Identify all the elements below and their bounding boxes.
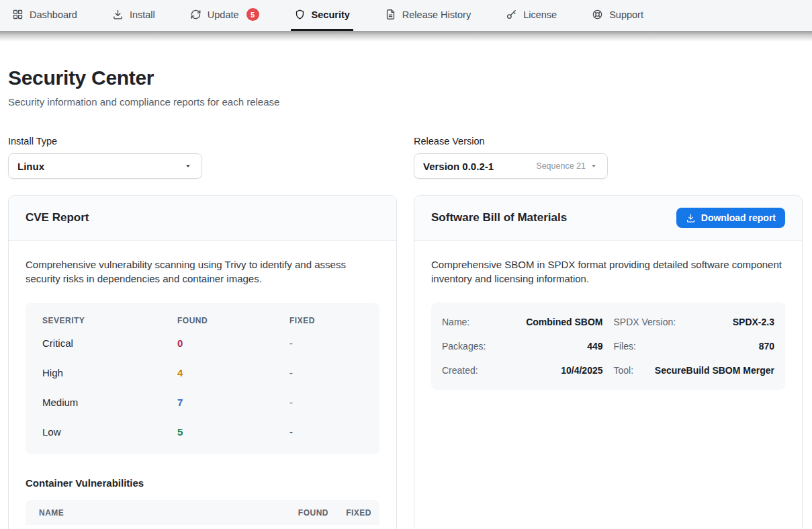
found-count: 7 [177, 397, 289, 408]
severity-table: SEVERITY FOUND FIXED Critical 0 - [26, 303, 379, 454]
release-version-select[interactable]: Version 0.0.2-1 Sequence 21 [414, 153, 608, 179]
sbom-card-header: Software Bill of Materials Download repo… [414, 196, 802, 241]
found-count: 5 [177, 426, 289, 438]
sbom-detail-value: SPDX-2.3 [727, 317, 774, 327]
container-vulnerabilities-table: NAME FOUND FIXED [26, 500, 379, 525]
table-row: High 4 - [42, 358, 363, 387]
sbom-detail-label: Tool: [614, 365, 634, 376]
fixed-count: - [289, 397, 363, 408]
sbom-details: Name: Combined SBOM SPDX Version: SPDX-2… [431, 302, 785, 390]
table-row: Low 5 - [42, 417, 363, 446]
sbom-detail-value: 10/4/2025 [555, 365, 602, 376]
cve-card-body: Comprehensive vulnerability scanning usi… [9, 241, 396, 529]
fixed-count: - [289, 367, 363, 378]
top-navigation: Dashboard Install Update 5 Security Rele… [0, 0, 812, 31]
nav-item-label: Update [208, 9, 239, 20]
page-title: Security Center [8, 66, 803, 90]
found-header-cell: FOUND [177, 316, 289, 325]
sbom-card-title: Software Bill of Materials [431, 211, 567, 225]
release-version-group: Release Version Version 0.0.2-1 Sequence… [414, 136, 803, 179]
nav-item-label: Security [312, 9, 350, 20]
nav-item-install[interactable]: Install [109, 0, 159, 31]
fixed-header-cell: FIXED [328, 508, 371, 518]
severity-header-cell: SEVERITY [42, 316, 177, 325]
download-report-button[interactable]: Download report [676, 208, 785, 228]
sbom-detail-label: Name: [442, 317, 469, 327]
sbom-detail-item: Created: 10/4/2025 [442, 358, 603, 382]
sbom-detail-value: SecureBuild SBOM Merger [649, 365, 774, 376]
chevron-down-icon [183, 161, 193, 171]
sbom-description: Comprehensive SBOM in SPDX format provid… [431, 257, 785, 286]
nav-item-dashboard[interactable]: Dashboard [9, 0, 81, 31]
container-vulnerabilities-header: NAME FOUND FIXED [26, 500, 379, 525]
install-type-value: Linux [17, 161, 44, 172]
chevron-down-icon [589, 161, 598, 171]
file-text-icon [385, 9, 396, 20]
install-type-group: Install Type Linux [8, 136, 397, 179]
nav-item-license[interactable]: License [502, 0, 560, 31]
release-version-value: Version 0.0.2-1 [423, 161, 494, 172]
nav-item-label: Install [130, 9, 155, 20]
fixed-count: - [289, 426, 363, 438]
sbom-detail-value: 449 [582, 341, 602, 352]
nav-item-release-history[interactable]: Release History [381, 0, 474, 31]
download-icon [112, 9, 124, 20]
cve-description: Comprehensive vulnerability scanning usi… [26, 257, 379, 286]
table-row: Medium 7 - [42, 387, 363, 417]
filters-row: Install Type Linux Release Version Versi… [8, 136, 803, 179]
nav-item-security[interactable]: Security [291, 0, 353, 31]
nav-item-label: License [523, 9, 557, 20]
severity-name: Critical [42, 337, 177, 349]
nav-item-label: Support [609, 9, 643, 20]
install-type-select[interactable]: Linux [8, 153, 202, 179]
header-shadow-divider [0, 31, 812, 42]
notification-count-badge: 5 [246, 8, 259, 21]
fixed-count: - [289, 337, 363, 349]
page-content: Security Center Security information and… [0, 66, 812, 529]
sbom-detail-label: Files: [614, 341, 636, 352]
sbom-detail-value: Combined SBOM [521, 317, 602, 327]
sbom-detail-item: Name: Combined SBOM [442, 310, 603, 334]
sbom-detail-label: Created: [442, 365, 478, 376]
page-subtitle: Security information and compliance repo… [8, 95, 803, 109]
sbom-detail-item: Packages: 449 [442, 334, 603, 358]
cve-card-title: CVE Report [26, 211, 89, 225]
report-cards: CVE Report Comprehensive vulnerability s… [8, 195, 803, 529]
sbom-card-body: Comprehensive SBOM in SPDX format provid… [414, 241, 802, 529]
install-type-label: Install Type [8, 136, 397, 147]
found-count: 4 [177, 367, 289, 378]
found-header-cell: FOUND [275, 508, 328, 518]
nav-item-support[interactable]: Support [588, 0, 647, 31]
shield-icon [294, 9, 306, 20]
key-icon [506, 9, 517, 20]
life-buoy-icon [592, 9, 603, 20]
sbom-detail-label: SPDX Version: [614, 317, 676, 327]
nav-item-update[interactable]: Update 5 [187, 0, 263, 31]
sbom-detail-item: SPDX Version: SPDX-2.3 [614, 310, 775, 334]
sbom-detail-label: Packages: [442, 341, 486, 352]
nav-item-label: Dashboard [30, 9, 77, 20]
cve-card-header: CVE Report [9, 196, 396, 241]
severity-name: High [42, 367, 177, 378]
nav-item-label: Release History [402, 9, 471, 20]
cve-report-card: CVE Report Comprehensive vulnerability s… [8, 195, 397, 529]
table-row: Critical 0 - [42, 328, 363, 358]
refresh-icon [190, 9, 201, 20]
sbom-card: Software Bill of Materials Download repo… [414, 195, 803, 529]
screen: Dashboard Install Update 5 Security Rele… [0, 0, 812, 529]
dashboard-grid-icon [12, 9, 24, 20]
sbom-detail-value: 870 [754, 341, 774, 352]
severity-name: Medium [42, 397, 177, 408]
severity-rows: Critical 0 - High 4 - Medium 7 [42, 328, 363, 446]
severity-table-header: SEVERITY FOUND FIXED [42, 316, 363, 328]
fixed-header-cell: FIXED [289, 316, 363, 325]
severity-name: Low [42, 426, 177, 438]
sbom-detail-item: Files: 870 [614, 334, 775, 358]
sbom-detail-item: Tool: SecureBuild SBOM Merger [614, 358, 775, 382]
found-count: 0 [177, 337, 289, 349]
release-version-label: Release Version [414, 136, 803, 147]
download-report-label: Download report [701, 212, 776, 223]
name-header-cell: NAME [39, 508, 275, 518]
release-sequence-text: Sequence 21 [536, 161, 586, 171]
download-icon [686, 213, 696, 223]
